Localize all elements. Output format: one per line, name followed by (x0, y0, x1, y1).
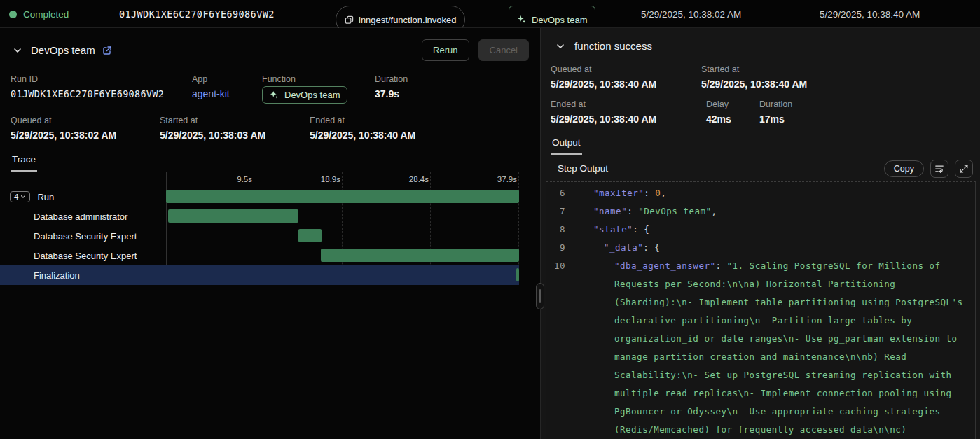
code-token-punct: : (633, 224, 644, 235)
axis-tick-label: 28.4s (409, 175, 431, 183)
step-title: function success (574, 40, 652, 52)
panel-resize-handle[interactable] (536, 283, 544, 309)
field-queued-at: Queued at 5/29/2025, 10:38:02 AM (11, 116, 160, 141)
code-token-punct: , (712, 206, 717, 216)
code-token-punct: : (715, 260, 726, 271)
axis-tick-label: 37.9s (497, 175, 519, 183)
chevron-down-icon (20, 194, 26, 200)
left-tab-bar: Trace (0, 151, 540, 172)
trace-row-chart (166, 226, 519, 246)
topbar-run-id: 01JWDK1XE6C270F6YE69086VW2 (119, 0, 275, 28)
step-details-panel: function success Queued at 5/29/2025, 10… (541, 28, 980, 439)
code-token-punct: { (654, 242, 660, 253)
trace-span-bar (168, 209, 298, 223)
trace-row-label-zone: 4Run (0, 187, 166, 207)
run-id-value: 01JWDK1XE6C270F6YE69086VW2 (11, 88, 192, 99)
wrap-text-icon (934, 164, 944, 174)
sparkles-icon (517, 15, 527, 25)
trace-row-chart (166, 246, 519, 265)
trace-row[interactable]: Database administrator (0, 207, 519, 226)
function-badge[interactable]: DevOps team (262, 86, 347, 104)
rerun-button[interactable]: Rerun (422, 39, 469, 61)
trace-row-chart (166, 187, 519, 207)
code-token-punct: : (644, 188, 655, 198)
code-line-number: 8 (546, 221, 576, 239)
run-details-panel: DevOps team Rerun Cancel Run ID 01JWDK1X… (0, 28, 541, 439)
status-label: Completed (23, 9, 69, 20)
trace-row-label: Finalization (34, 270, 80, 281)
trace-span-bar (516, 268, 519, 281)
field-ended-at: Ended at 5/29/2025, 10:38:40 AM (310, 116, 415, 141)
trace-span-bar (298, 229, 322, 242)
row-expander[interactable]: 4 (10, 191, 30, 202)
timeline-axis: 9.5s18.9s28.4s37.9s (166, 172, 519, 187)
trace-row-label-zone: Database Security Expert (0, 246, 166, 265)
wrap-text-button[interactable] (930, 160, 948, 178)
step-output-toolbar: Step Output Copy (541, 155, 980, 181)
field-step-started-at: Started at 5/29/2025, 10:38:40 AM (701, 64, 807, 90)
code-token-punct: , (661, 188, 666, 198)
tab-trace[interactable]: Trace (11, 151, 37, 172)
app-link[interactable]: agent-kit (192, 88, 262, 99)
trace-row-label-zone: Finalization (0, 265, 166, 285)
chevron-down-icon[interactable] (13, 46, 22, 55)
code-line-content: "maxIter": 0, (576, 184, 975, 202)
code-line-content: "_data": { (576, 239, 975, 257)
field-started-at: Started at 5/29/2025, 10:38:03 AM (160, 116, 310, 141)
cancel-button[interactable]: Cancel (478, 39, 529, 61)
field-app: App agent-kit (192, 74, 262, 104)
code-line: 9"_data": { (546, 239, 975, 257)
code-token-key: "_data" (604, 242, 643, 253)
run-title: DevOps team (31, 44, 95, 56)
code-token-punct: { (644, 224, 649, 235)
trace-row-chart (166, 265, 519, 285)
run-status-bar: Completed 01JWDK1XE6C270F6YE69086VW2 inn… (0, 0, 980, 28)
timeline-rows: 4RunDatabase administratorDatabase Secur… (0, 187, 519, 285)
field-step-queued-at: Queued at 5/29/2025, 10:38:40 AM (551, 64, 701, 90)
code-token-punct: : (627, 206, 638, 216)
copy-button[interactable]: Copy (884, 160, 924, 177)
code-line-content: "state": { (576, 221, 975, 239)
trace-row-label-zone: Database Security Expert (0, 226, 166, 246)
trace-row[interactable]: Database Security Expert (0, 246, 519, 265)
topbar-queued-time: 5/29/2025, 10:38:02 AM (641, 0, 741, 28)
code-token-key: "maxIter" (593, 188, 644, 198)
code-token-punct: : (643, 242, 654, 253)
trace-row-label: Database administrator (34, 211, 127, 222)
code-token-key: "name" (593, 206, 627, 216)
external-link-icon[interactable] (102, 46, 112, 55)
axis-tick-label: 9.5s (237, 175, 254, 183)
trace-row[interactable]: Database Security Expert (0, 226, 519, 246)
code-line-number: 7 (546, 202, 576, 221)
function-badge-label: DevOps team (284, 90, 340, 100)
run-status: Completed (9, 0, 69, 28)
sparkles-icon (270, 90, 279, 100)
expand-button[interactable] (955, 160, 973, 178)
copy-icon (345, 15, 354, 25)
expand-icon (959, 164, 969, 174)
trace-row-chart (166, 207, 519, 226)
event-badge-label: inngest/function.invoked (359, 15, 456, 25)
code-line: 6"maxIter": 0, (546, 184, 975, 202)
code-token-str: "1. Scaling PostgreSQL for Millions of R… (614, 260, 969, 439)
topbar-function-badge-label: DevOps team (532, 15, 587, 25)
trace-row-label: Run (37, 192, 54, 202)
trace-row-label: Database Security Expert (34, 231, 137, 242)
field-step-ended-at: Ended at 5/29/2025, 10:38:40 AM (551, 99, 706, 125)
axis-tick-label: 18.9s (321, 175, 343, 183)
chevron-down-icon[interactable] (555, 41, 565, 51)
code-line-number: 10 (546, 257, 576, 439)
step-output-code: 6"maxIter": 0,7"name": "DevOps team",8"s… (546, 181, 976, 439)
code-line-content: "name": "DevOps team", (576, 202, 975, 221)
trace-span-bar (166, 190, 519, 203)
trace-row-label: Database Security Expert (34, 251, 137, 261)
field-run-id: Run ID 01JWDK1XE6C270F6YE69086VW2 (11, 74, 192, 104)
code-line: 8"state": { (546, 221, 975, 239)
topbar-ended-time: 5/29/2025, 10:38:40 AM (820, 0, 920, 28)
trace-span-bar (321, 249, 519, 262)
trace-row[interactable]: 4Run (0, 187, 519, 207)
field-step-delay: Delay 42ms (706, 99, 759, 125)
tab-output[interactable]: Output (551, 134, 582, 155)
trace-row[interactable]: Finalization (0, 265, 519, 285)
code-line-number: 9 (546, 239, 576, 257)
